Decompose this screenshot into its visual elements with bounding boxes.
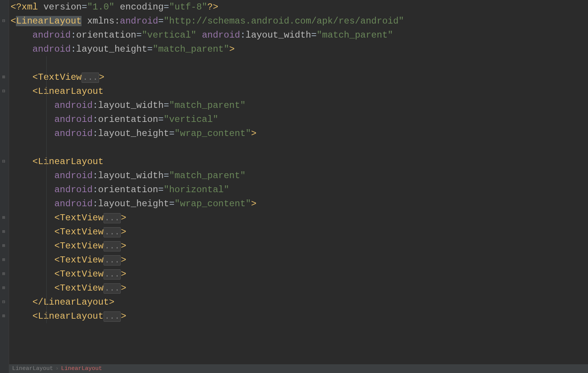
xml-namespace: android [54, 199, 93, 209]
xml-attr: layout_width [98, 100, 164, 111]
xml-attr: orientation [76, 30, 136, 40]
xml-tag: TextView [60, 255, 104, 265]
xml-attr: layout_height [98, 199, 169, 209]
fold-expand-icon[interactable]: ⊞ [2, 244, 6, 248]
fold-expand-icon[interactable]: ⊞ [2, 314, 6, 318]
xml-attr: layout_height [76, 44, 147, 54]
code-line[interactable]: <TextView...> [11, 253, 586, 267]
code-line[interactable]: <LinearLayout xmlns:android="http://sche… [11, 14, 586, 28]
code-line[interactable]: <TextView...> [11, 70, 586, 84]
xml-namespace: android [33, 30, 71, 40]
xml-namespace: android [54, 128, 93, 139]
fold-end-icon[interactable]: ⊟ [2, 300, 6, 304]
xml-tag: LinearLayout [38, 311, 104, 321]
code-line[interactable]: android:layout_width="match_parent" [11, 169, 586, 183]
folded-code-placeholder[interactable]: ... [104, 283, 121, 294]
xml-value: "match_parent" [169, 100, 246, 111]
xml-attr: orientation [98, 185, 158, 195]
code-line[interactable]: <TextView...> [11, 281, 586, 295]
code-line[interactable]: android:layout_width="match_parent" [11, 98, 586, 112]
xml-value: "match_parent" [153, 44, 229, 54]
xml-namespace: android [54, 100, 93, 111]
blank-line[interactable] [11, 56, 586, 70]
xml-namespace: android [120, 16, 158, 26]
fold-collapse-icon[interactable]: ⊟ [2, 19, 6, 23]
xml-value: "match_parent" [169, 171, 246, 181]
xml-attr: layout_height [98, 128, 169, 139]
folded-code-placeholder[interactable]: ... [104, 227, 121, 237]
xml-tag: TextView [60, 269, 104, 279]
fold-expand-icon[interactable]: ⊞ [2, 258, 6, 262]
xml-value: "http://schemas.android.com/apk/res/andr… [164, 16, 404, 26]
xml-tag: TextView [60, 283, 104, 293]
xml-value: "1.0" [87, 2, 115, 12]
code-line[interactable]: android:orientation="vertical" android:l… [11, 28, 586, 42]
xml-namespace: android [54, 171, 93, 181]
xml-tag: TextView [60, 213, 104, 223]
xml-value: "horizontal" [164, 185, 229, 195]
breadcrumb[interactable]: LinearLayout › LinearLayout [9, 364, 588, 373]
fold-expand-icon[interactable]: ⊞ [2, 75, 6, 79]
folded-code-placeholder[interactable]: ... [104, 269, 121, 280]
breadcrumb-item[interactable]: LinearLayout [12, 364, 53, 373]
xml-namespace: android [33, 44, 71, 54]
xml-tag: LinearLayout [38, 86, 104, 96]
fold-expand-icon[interactable]: ⊞ [2, 216, 6, 220]
code-editor[interactable]: <?xml version="1.0" encoding="utf-8"?> <… [9, 0, 588, 373]
chevron-right-icon: › [55, 364, 59, 373]
code-line[interactable]: <TextView...> [11, 267, 586, 281]
xml-value: "wrap_content" [175, 128, 251, 139]
xml-attr: orientation [98, 114, 158, 125]
code-line[interactable]: <LinearLayout [11, 155, 586, 169]
xml-tag: TextView [60, 241, 104, 251]
folded-code-placeholder[interactable]: ... [104, 213, 121, 223]
xml-xmlns: xmlns: [87, 16, 120, 26]
fold-expand-icon[interactable]: ⊞ [2, 272, 6, 276]
xml-tag: LinearLayout [38, 156, 104, 167]
code-line[interactable]: <TextView...> [11, 239, 586, 253]
xml-prolog-name: xml [22, 2, 44, 12]
code-line[interactable]: android:orientation="vertical" [11, 112, 586, 126]
code-line[interactable]: </LinearLayout> [11, 295, 586, 309]
fold-expand-icon[interactable]: ⊞ [2, 286, 6, 290]
code-line[interactable]: android:orientation="horizontal" [11, 183, 586, 197]
xml-prolog-open: <? [11, 2, 22, 12]
code-line[interactable]: android:layout_height="wrap_content"> [11, 197, 586, 211]
folded-code-placeholder[interactable]: ... [104, 255, 121, 266]
xml-value: "vertical" [142, 30, 197, 40]
code-line[interactable]: <TextView...> [11, 211, 586, 225]
folded-code-placeholder[interactable]: ... [104, 241, 121, 251]
editor-gutter: ⊟ ⊞ ⊟ ⊟ ⊞ ⊞ ⊞ ⊞ ⊞ ⊞ ⊟ ⊞ [0, 0, 9, 373]
fold-expand-icon[interactable]: ⊞ [2, 230, 6, 234]
xml-prolog-close: ?> [208, 2, 219, 12]
code-line[interactable]: <TextView...> [11, 225, 586, 239]
fold-collapse-icon[interactable]: ⊟ [2, 160, 6, 164]
folded-code-placeholder[interactable]: ... [104, 311, 121, 322]
xml-value: "utf-8" [169, 2, 208, 12]
breadcrumb-item-warning[interactable]: LinearLayout [61, 364, 102, 373]
code-line[interactable]: <LinearLayout [11, 84, 586, 98]
xml-attr: layout_width [245, 30, 311, 40]
xml-namespace: android [202, 30, 240, 40]
code-line[interactable]: android:layout_height="match_parent"> [11, 42, 586, 56]
xml-tag: TextView [38, 72, 82, 82]
xml-namespace: android [54, 185, 93, 195]
fold-collapse-icon[interactable]: ⊟ [2, 89, 6, 93]
xml-value: "wrap_content" [175, 199, 251, 209]
folded-code-placeholder[interactable]: ... [82, 73, 99, 83]
xml-tag: LinearLayout [43, 297, 109, 307]
xml-namespace: android [54, 114, 93, 125]
xml-attr: layout_width [98, 171, 164, 181]
code-line[interactable]: <?xml version="1.0" encoding="utf-8"?> [11, 0, 586, 14]
xml-tag-highlighted: LinearLayout [16, 16, 82, 26]
xml-value: "match_parent" [317, 30, 393, 40]
xml-attr: version [43, 2, 82, 12]
code-line[interactable]: android:layout_height="wrap_content"> [11, 126, 586, 141]
blank-line[interactable] [11, 141, 586, 155]
xml-tag: TextView [60, 227, 104, 237]
code-line[interactable]: <LinearLayout...> [11, 309, 586, 323]
xml-value: "vertical" [164, 114, 218, 125]
xml-attr: encoding [120, 2, 164, 12]
